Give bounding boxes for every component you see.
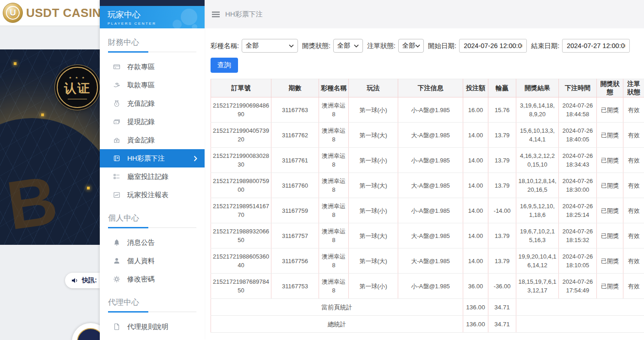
sidebar-item-label: 充值記錄: [127, 99, 155, 108]
sidebar-subtitle: PLAYERS CENTER: [108, 22, 205, 26]
cell-win-loss: 13.79: [488, 148, 516, 173]
table-row: 215217219895141677031167759澳洲幸运8第一球(小)小-…: [211, 198, 644, 223]
sidebar-item-user[interactable]: 個人資料: [100, 252, 205, 270]
sidebar-item-player-report[interactable]: 玩家投注報表: [100, 186, 205, 204]
cell-period: 31167756: [271, 248, 319, 274]
table-row: 215217219898007590031167760澳洲幸运8第一球(大)大-…: [211, 173, 644, 198]
cell-bet-amount: 36.00: [463, 274, 488, 299]
cell-bet-info: 大-A盤@1.985: [398, 123, 463, 148]
cell-period: 31167761: [271, 148, 319, 173]
order-status-select[interactable]: 全部: [398, 39, 424, 53]
cell-bet-time: 2024-07-26 18:40:05: [559, 123, 597, 148]
end-date-filter: 結束日期:: [531, 39, 630, 53]
cell-play-type: 第一球(小): [349, 198, 398, 223]
table-row: 215217219886053604031167756澳洲幸运8第一球(大)大-…: [211, 248, 644, 274]
withdrawal-record-icon: [113, 118, 120, 125]
menu-toggle-icon[interactable]: [211, 11, 220, 17]
summary-empty: [516, 299, 644, 316]
cell-period: 31167753: [271, 274, 319, 299]
column-header-win-loss: 輸贏: [488, 79, 516, 97]
bets-table-wrap: 訂單號期數彩種名稱玩法下注信息投注額輸贏開獎結果下注時間開獎狀態注單狀態 215…: [211, 79, 644, 340]
sidebar-item-funds-record[interactable]: 資金記錄: [100, 131, 205, 149]
lottery-type-filter: 彩種名稱: 全部: [211, 39, 298, 53]
recharge-record-icon: [113, 100, 120, 107]
badge-underline: [68, 99, 87, 99]
section-header: 代理中心: [108, 297, 196, 312]
table-row: 215217219906984869031167763澳洲幸运8第一球(小)小-…: [211, 97, 644, 123]
end-date-input[interactable]: [562, 39, 630, 53]
sidebar-item-label: 資金記錄: [127, 136, 155, 145]
cell-bet-info: 小-A盤@1.985: [398, 148, 463, 173]
speaker-icon: [71, 277, 79, 284]
sidebar-item-deposit[interactable]: 存款專區: [100, 58, 205, 76]
cell-play-type: 第一球(小): [349, 148, 398, 173]
cell-bet-amount: 14.00: [463, 223, 488, 248]
content-topbar: HH彩票下注: [205, 0, 644, 28]
table-row: 215217219889320665031167757澳洲幸运8第一球(大)大-…: [211, 223, 644, 248]
sidebar-item-recharge-record[interactable]: 充值記錄: [100, 94, 205, 113]
sidebar-item-label: 消息公告: [127, 238, 155, 247]
summary-row: 總統計136.0034.71: [211, 316, 644, 333]
cell-period: 31167759: [271, 198, 319, 223]
sidebar-item-bell[interactable]: 消息公告: [100, 233, 205, 252]
sidebar-item-gear[interactable]: 修改密碼: [100, 270, 205, 288]
draw-status-select[interactable]: 全部: [333, 39, 363, 53]
cell-bet-info: 大-A盤@1.985: [398, 223, 463, 248]
cell-draw-status: 已開獎: [597, 248, 623, 274]
lottery-type-select[interactable]: 全部: [242, 39, 298, 53]
start-date-input[interactable]: [459, 39, 527, 53]
sidebar-item-share[interactable]: 代理推廣管理: [100, 336, 205, 340]
cell-win-loss: 15.76: [488, 97, 516, 123]
cell-bet-time: 2024-07-26 18:15:32: [559, 223, 597, 248]
cell-win-loss: 13.79: [488, 123, 516, 148]
bell-icon: [113, 239, 120, 246]
sidebar-item-withdraw[interactable]: 取款專區: [100, 76, 205, 94]
user-icon: [113, 257, 120, 264]
sidebar-item-label: 廳室投註記錄: [127, 173, 168, 181]
logo-letter: U: [6, 6, 20, 20]
sidebar-item-room-bet-record[interactable]: 廳室投註記錄: [100, 167, 205, 186]
chevron-down-icon: [289, 44, 294, 48]
cell-win-loss: 13.79: [488, 223, 516, 248]
cell-draw-status: 已開獎: [597, 223, 623, 248]
cell-bet-amount: 16.00: [463, 97, 488, 123]
summary-label: 當前頁統計: [211, 299, 463, 316]
logo-text: USDT CASINO: [26, 6, 100, 20]
sidebar-nav: 財務中心存款專區取款專區充值記錄提現記錄資金記錄HH彩票下注廳室投註記錄玩家投注…: [100, 28, 205, 340]
cell-draw-status: 已開獎: [597, 123, 623, 148]
chevron-down-icon: [415, 44, 420, 48]
cell-order-no: 2152172199040573920: [211, 123, 271, 148]
certified-badge: ★ ★ ★ 认证: [57, 67, 98, 108]
sidebar-item-label: 修改密碼: [127, 275, 155, 284]
sidebar-item-document[interactable]: 代理規則說明: [100, 318, 205, 336]
cell-order-no: 2152172199008302830: [211, 148, 271, 173]
site-logo[interactable]: U USDT CASINO: [0, 0, 100, 26]
cell-bet-amount: 14.00: [463, 123, 488, 148]
sidebar-item-lottery-bet[interactable]: HH彩票下注: [100, 149, 205, 167]
cell-lottery-name: 澳洲幸运8: [319, 274, 349, 299]
section-header: 財務中心: [108, 37, 196, 52]
summary-winloss-total: 34.71: [488, 299, 516, 316]
cell-order-no: 2152172199069848690: [211, 97, 271, 123]
cell-draw-status: 已開獎: [597, 198, 623, 223]
main-content: HH彩票下注 彩種名稱: 全部 開獎狀態: 全部: [205, 0, 644, 340]
cell-lottery-name: 澳洲幸运8: [319, 148, 349, 173]
lottery-bet-icon: [113, 155, 120, 162]
network-dot: [14, 62, 16, 65]
sidebar-item-withdrawal-record[interactable]: 提現記錄: [100, 113, 205, 131]
search-button[interactable]: 查詢: [211, 58, 238, 73]
player-report-icon: [113, 191, 120, 199]
column-header-period: 期數: [271, 79, 319, 97]
cell-play-type: 第一球(大): [349, 173, 398, 198]
news-label: 快訊:: [82, 276, 97, 285]
table-header-row: 訂單號期數彩種名稱玩法下注信息投注額輸贏開獎結果下注時間開獎狀態注單狀態: [211, 79, 644, 97]
news-ticker[interactable]: 快訊:: [65, 273, 100, 288]
withdraw-icon: [113, 81, 120, 89]
cell-play-type: 第一球(大): [349, 223, 398, 248]
sidebar: 玩家中心 PLAYERS CENTER 財務中心存款專區取款專區充值記錄提現記錄…: [100, 0, 205, 340]
cell-draw-result: 4,16,3,2,12,20,15,10: [516, 148, 559, 173]
cell-bet-info: 小-A盤@1.985: [398, 274, 463, 299]
document-icon: [113, 323, 120, 330]
gear-icon: [113, 275, 120, 283]
end-date-label: 結束日期:: [531, 42, 559, 50]
